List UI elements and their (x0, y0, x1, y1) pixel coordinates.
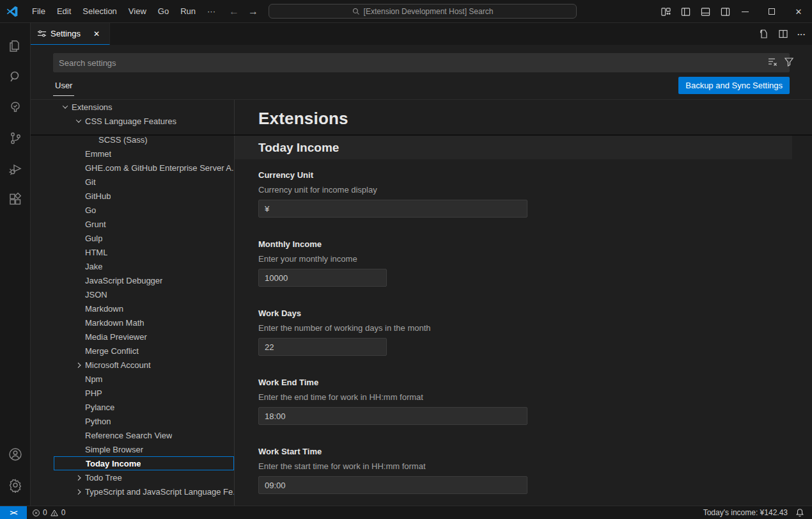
toc-item-jake[interactable]: Jake (54, 259, 234, 273)
setting-input-monthly-income[interactable] (258, 269, 387, 287)
tab-user-scope[interactable]: User (53, 81, 74, 96)
backup-sync-settings-button[interactable]: Backup and Sync Settings (678, 77, 790, 94)
twistie-collapsed-icon[interactable] (74, 360, 84, 370)
toc-item-label: PHP (85, 388, 102, 398)
explorer-icon[interactable] (0, 31, 31, 61)
toggle-sidebar-icon[interactable] (681, 7, 691, 17)
toc-item-javascript-debugger[interactable]: JavaScript Debugger (54, 273, 234, 287)
setting-input-currency-unit[interactable] (258, 200, 527, 218)
settings-toc: ExtensionsCSS Language FeaturesSCSS (Sas… (31, 100, 234, 506)
problems-status[interactable]: 0 0 (27, 508, 70, 517)
editor-more-actions-icon[interactable]: ··· (797, 29, 806, 39)
toc-item-github[interactable]: GitHub (54, 189, 234, 203)
maximize-button[interactable] (758, 0, 785, 23)
twistie-placeholder (74, 388, 84, 398)
toc-item-json[interactable]: JSON (54, 287, 234, 301)
toc-item-label: Markdown Math (85, 318, 144, 328)
menu-file[interactable]: File (26, 4, 51, 19)
extensions-icon[interactable] (0, 184, 31, 215)
today-income-status[interactable]: Today's income: ¥142.43 (703, 508, 788, 517)
remote-indicator[interactable]: >< (0, 506, 27, 519)
toc-item-npm[interactable]: Npm (54, 372, 234, 386)
warning-count: 0 (61, 508, 66, 517)
toc-item-reference-search-view[interactable]: Reference Search View (54, 428, 234, 442)
settings-page: Extensions Today Income Currency UnitCur… (234, 100, 812, 506)
toggle-panel-icon[interactable] (701, 7, 710, 17)
toc-item-git[interactable]: Git (54, 175, 234, 189)
twistie-placeholder (74, 444, 84, 454)
toc-item-merge-conflict[interactable]: Merge Conflict (54, 344, 234, 358)
forward-arrow-icon[interactable]: → (248, 6, 258, 17)
minimize-button[interactable] (731, 0, 758, 23)
setting-input-work-days[interactable] (258, 338, 387, 356)
menu-more[interactable]: ··· (201, 4, 221, 19)
settings-gear-icon[interactable] (0, 470, 31, 500)
back-arrow-icon[interactable]: ← (229, 6, 239, 17)
toc-item-gulp[interactable]: Gulp (54, 231, 234, 245)
setting-description: Enter the end time for work in HH:mm for… (258, 392, 423, 402)
twistie-placeholder (74, 346, 84, 356)
twistie-placeholder (74, 458, 84, 468)
toc-item-label: GitHub (85, 191, 111, 201)
toc-item-markdown[interactable]: Markdown (54, 301, 234, 315)
toc-item-ghe-com-github-enterprise-server-a[interactable]: GHE.com & GitHub Enterprise Server A... (54, 161, 234, 175)
menu-selection[interactable]: Selection (77, 4, 122, 19)
toc-item-go[interactable]: Go (54, 203, 234, 217)
setting-work-days: Work DaysEnter the number of working day… (258, 308, 789, 318)
toc-item-html[interactable]: HTML (54, 245, 234, 259)
setting-input-work-start-time[interactable] (258, 476, 527, 494)
setting-description: Enter the number of working days in the … (258, 323, 431, 333)
setting-label: Work Start Time (258, 447, 789, 456)
twistie-placeholder (74, 261, 84, 271)
toc-item-microsoft-account[interactable]: Microsoft Account (54, 358, 234, 372)
toc-item-python[interactable]: Python (54, 414, 234, 428)
tab-close-icon[interactable]: ✕ (93, 29, 100, 38)
clear-search-input-icon[interactable] (767, 56, 777, 67)
toc-item-label: HTML (85, 248, 107, 257)
toc-item-typescript-and-javascript-language-fe[interactable]: TypeScript and JavaScript Language Fe... (54, 484, 234, 499)
notifications-bell-icon[interactable] (795, 508, 804, 517)
twistie-collapsed-icon[interactable] (74, 472, 84, 483)
toggle-secondary-sidebar-icon[interactable] (721, 7, 730, 17)
toc-item-grunt[interactable]: Grunt (54, 217, 234, 231)
tab-settings[interactable]: Settings ✕ (31, 23, 110, 45)
menu-bar: FileEditSelectionViewGoRun··· (26, 4, 221, 19)
menu-view[interactable]: View (123, 4, 152, 19)
menu-run[interactable]: Run (175, 4, 201, 19)
filter-icon[interactable] (784, 56, 794, 67)
twistie-collapsed-icon[interactable] (74, 486, 84, 497)
toc-item-emmet[interactable]: Emmet (54, 147, 234, 161)
search-view-icon[interactable] (0, 61, 31, 92)
testing-icon[interactable] (0, 92, 31, 123)
toc-item-simple-browser[interactable]: Simple Browser (54, 442, 234, 456)
search-icon (352, 8, 360, 15)
close-window-button[interactable]: ✕ (785, 0, 812, 23)
toc-item-extensions[interactable]: Extensions (54, 100, 234, 114)
source-control-icon[interactable] (0, 123, 31, 154)
setting-label: Work Days (258, 308, 789, 318)
toc-item-css-language-features[interactable]: CSS Language Features (54, 114, 234, 128)
toc-item-markdown-math[interactable]: Markdown Math (54, 315, 234, 330)
split-editor-icon[interactable] (778, 29, 788, 39)
twistie-expanded-icon[interactable] (74, 116, 84, 126)
menu-go[interactable]: Go (152, 4, 175, 19)
command-center-search[interactable]: [Extension Development Host] Search (269, 4, 577, 19)
toc-item-label: Today Income (86, 459, 141, 468)
settings-search-input[interactable] (53, 53, 790, 72)
toc-item-today-income[interactable]: Today Income (54, 456, 234, 470)
vscode-logo-icon (6, 5, 19, 18)
toc-item-media-previewer[interactable]: Media Previewer (54, 330, 234, 344)
toc-item-todo-tree[interactable]: Todo Tree (54, 470, 234, 484)
setting-input-work-end-time[interactable] (258, 407, 527, 425)
accounts-icon[interactable] (0, 439, 31, 470)
toc-item-php[interactable]: PHP (54, 386, 234, 400)
customize-layout-icon[interactable] (661, 7, 671, 17)
toc-item-pylance[interactable]: Pylance (54, 400, 234, 414)
toc-item-label: Jake (85, 262, 102, 271)
toc-item-label: Extensions (72, 102, 113, 112)
twistie-placeholder (74, 233, 84, 243)
twistie-expanded-icon[interactable] (60, 102, 70, 112)
menu-edit[interactable]: Edit (51, 4, 77, 19)
open-settings-json-icon[interactable] (759, 29, 769, 39)
run-debug-icon[interactable] (0, 154, 31, 184)
